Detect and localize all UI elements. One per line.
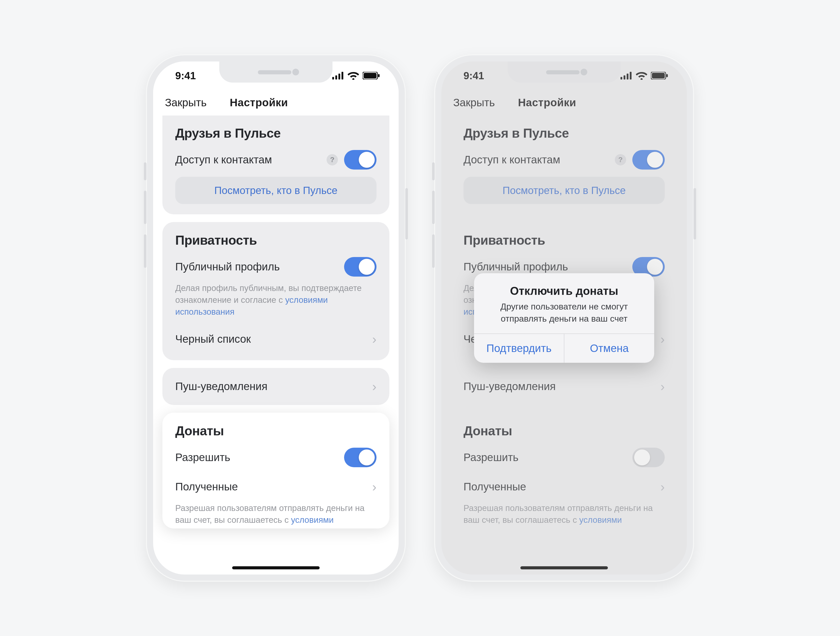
chevron-right-icon: ›	[372, 479, 376, 494]
screen: 9:41 Закрыть Настройки Друзья в Пульсе Д…	[153, 62, 399, 574]
svg-rect-3	[341, 72, 343, 79]
navbar: Закрыть Настройки	[153, 90, 399, 115]
public-profile-toggle[interactable]	[344, 257, 376, 276]
contacts-row: Доступ к контактам ?	[175, 147, 376, 173]
push-card[interactable]: Пуш-уведомления ›	[163, 368, 389, 405]
allow-row: Разрешить	[175, 444, 376, 471]
donates-helper: Разрешая пользователям отправлять деньги…	[175, 500, 376, 529]
alert-message: Другие пользователи не смогут отправлять…	[484, 300, 644, 325]
status-time: 9:41	[175, 70, 196, 82]
alert-backdrop[interactable]: Отключить донаты Другие пользователи не …	[441, 62, 687, 574]
help-icon[interactable]: ?	[327, 154, 338, 166]
phone-mockup-right: 9:41 Закрыть Настройки Друзья в Пульсе Д…	[434, 54, 694, 582]
allow-label: Разрешить	[175, 451, 231, 464]
screen: 9:41 Закрыть Настройки Друзья в Пульсе Д…	[441, 62, 687, 574]
home-indicator[interactable]	[232, 566, 320, 570]
page-title: Настройки	[230, 96, 288, 109]
allow-toggle[interactable]	[344, 448, 376, 467]
blacklist-row[interactable]: Черный список ›	[175, 326, 376, 352]
received-label: Полученные	[175, 481, 238, 493]
chevron-right-icon: ›	[372, 379, 376, 394]
public-profile-row: Публичный профиль	[175, 253, 376, 280]
confirm-button[interactable]: Подтвердить	[474, 334, 564, 363]
cancel-button[interactable]: Отмена	[564, 334, 654, 363]
phone-mockup-left: 9:41 Закрыть Настройки Друзья в Пульсе Д…	[146, 54, 406, 582]
privacy-title: Приватность	[175, 233, 376, 248]
status-icons	[332, 71, 380, 80]
privacy-helper: Делая профиль публичным, вы подтверждает…	[175, 280, 376, 326]
alert-title: Отключить донаты	[484, 284, 644, 297]
wifi-icon	[348, 71, 359, 80]
donates-card: Донаты Разрешить Полученные › Разрешая п…	[163, 413, 389, 529]
received-row[interactable]: Полученные ›	[175, 473, 376, 500]
confirm-dialog: Отключить донаты Другие пользователи не …	[474, 273, 654, 363]
svg-rect-0	[332, 77, 334, 79]
chevron-right-icon: ›	[372, 331, 376, 347]
view-pulse-button[interactable]: Посмотреть, кто в Пульсе	[175, 177, 376, 204]
battery-icon	[363, 72, 380, 79]
svg-rect-6	[378, 74, 380, 77]
blacklist-label: Черный список	[175, 333, 251, 345]
public-profile-label: Публичный профиль	[175, 260, 280, 273]
friends-title: Друзья в Пульсе	[175, 126, 376, 141]
contacts-toggle[interactable]	[344, 150, 376, 170]
donates-title: Донаты	[175, 423, 376, 439]
close-button[interactable]: Закрыть	[165, 96, 207, 109]
svg-rect-2	[338, 74, 340, 79]
push-label: Пуш-уведомления	[175, 380, 267, 393]
notch	[219, 62, 333, 83]
cellular-icon	[332, 72, 344, 79]
content[interactable]: Друзья в Пульсе Доступ к контактам ? Пос…	[153, 115, 399, 574]
svg-rect-5	[364, 73, 376, 79]
svg-rect-1	[335, 76, 337, 79]
privacy-card: Приватность Публичный профиль Делая проф…	[163, 222, 389, 360]
contacts-label: Доступ к контактам	[175, 154, 272, 166]
donates-terms-link[interactable]: условиями	[291, 515, 334, 525]
